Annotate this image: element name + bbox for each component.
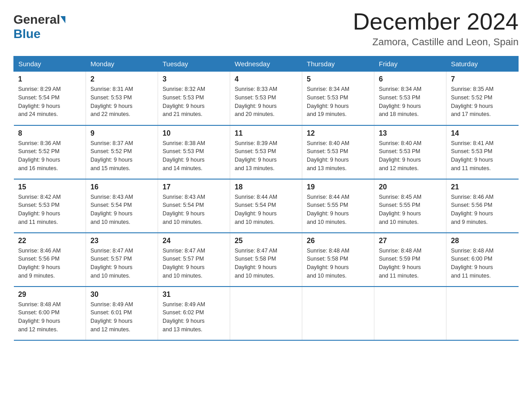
day-number: 10	[163, 129, 225, 137]
calendar-cell	[446, 287, 519, 340]
calendar-cell: 24 Sunrise: 8:47 AM Sunset: 5:57 PM Dayl…	[158, 233, 230, 287]
calendar-body: 1 Sunrise: 8:29 AM Sunset: 5:54 PM Dayli…	[14, 72, 519, 340]
col-friday: Friday	[374, 56, 446, 72]
calendar-cell: 1 Sunrise: 8:29 AM Sunset: 5:54 PM Dayli…	[14, 72, 86, 125]
day-number: 26	[307, 237, 369, 245]
calendar-cell: 21 Sunrise: 8:46 AM Sunset: 5:56 PM Dayl…	[446, 179, 519, 233]
day-info: Sunrise: 8:39 AM Sunset: 5:53 PM Dayligh…	[235, 140, 277, 171]
day-number: 19	[307, 183, 369, 191]
day-number: 1	[18, 75, 82, 83]
day-number: 29	[18, 291, 82, 299]
calendar-cell: 16 Sunrise: 8:43 AM Sunset: 5:54 PM Dayl…	[86, 179, 158, 233]
calendar-cell: 8 Sunrise: 8:36 AM Sunset: 5:52 PM Dayli…	[14, 125, 86, 179]
calendar-cell: 5 Sunrise: 8:34 AM Sunset: 5:53 PM Dayli…	[302, 72, 374, 125]
day-number: 22	[18, 237, 82, 245]
day-info: Sunrise: 8:44 AM Sunset: 5:55 PM Dayligh…	[307, 194, 349, 225]
logo-blue-text: Blue	[13, 27, 41, 41]
calendar-week-row: 29 Sunrise: 8:48 AM Sunset: 6:00 PM Dayl…	[14, 287, 519, 340]
col-monday: Monday	[86, 56, 158, 72]
day-info: Sunrise: 8:40 AM Sunset: 5:53 PM Dayligh…	[379, 140, 421, 171]
col-wednesday: Wednesday	[230, 56, 302, 72]
day-info: Sunrise: 8:46 AM Sunset: 5:56 PM Dayligh…	[18, 248, 61, 279]
location-subtitle: Zamora, Castille and Leon, Spain	[353, 36, 519, 48]
calendar-week-row: 15 Sunrise: 8:42 AM Sunset: 5:53 PM Dayl…	[14, 179, 519, 233]
logo-general-text: General	[13, 13, 60, 27]
calendar-cell: 11 Sunrise: 8:39 AM Sunset: 5:53 PM Dayl…	[230, 125, 302, 179]
day-number: 8	[18, 129, 82, 137]
day-number: 11	[235, 129, 297, 137]
day-number: 25	[235, 237, 297, 245]
day-number: 12	[307, 129, 369, 137]
day-info: Sunrise: 8:32 AM Sunset: 5:53 PM Dayligh…	[163, 86, 205, 117]
day-info: Sunrise: 8:35 AM Sunset: 5:52 PM Dayligh…	[451, 86, 493, 117]
calendar-cell: 12 Sunrise: 8:40 AM Sunset: 5:53 PM Dayl…	[302, 125, 374, 179]
calendar-cell: 14 Sunrise: 8:41 AM Sunset: 5:53 PM Dayl…	[446, 125, 519, 179]
calendar-cell: 18 Sunrise: 8:44 AM Sunset: 5:54 PM Dayl…	[230, 179, 302, 233]
col-sunday: Sunday	[14, 56, 86, 72]
calendar-cell: 15 Sunrise: 8:42 AM Sunset: 5:53 PM Dayl…	[14, 179, 86, 233]
day-info: Sunrise: 8:41 AM Sunset: 5:53 PM Dayligh…	[451, 140, 493, 171]
calendar-cell: 23 Sunrise: 8:47 AM Sunset: 5:57 PM Dayl…	[86, 233, 158, 287]
calendar-cell: 10 Sunrise: 8:38 AM Sunset: 5:53 PM Dayl…	[158, 125, 230, 179]
days-of-week-row: Sunday Monday Tuesday Wednesday Thursday…	[14, 56, 519, 72]
col-thursday: Thursday	[302, 56, 374, 72]
day-number: 18	[235, 183, 297, 191]
day-number: 16	[90, 183, 153, 191]
page-header: General Blue December 2024 Zamora, Casti…	[13, 9, 519, 48]
calendar-cell: 22 Sunrise: 8:46 AM Sunset: 5:56 PM Dayl…	[14, 233, 86, 287]
day-number: 30	[90, 291, 153, 299]
day-number: 31	[163, 291, 225, 299]
calendar-cell	[302, 287, 374, 340]
calendar-cell: 9 Sunrise: 8:37 AM Sunset: 5:52 PM Dayli…	[86, 125, 158, 179]
day-number: 13	[379, 129, 442, 137]
day-number: 15	[18, 183, 82, 191]
calendar-week-row: 22 Sunrise: 8:46 AM Sunset: 5:56 PM Dayl…	[14, 233, 519, 287]
calendar-week-row: 8 Sunrise: 8:36 AM Sunset: 5:52 PM Dayli…	[14, 125, 519, 179]
calendar-cell: 30 Sunrise: 8:49 AM Sunset: 6:01 PM Dayl…	[86, 287, 158, 340]
calendar-header: Sunday Monday Tuesday Wednesday Thursday…	[14, 56, 519, 72]
title-block: December 2024 Zamora, Castille and Leon,…	[353, 9, 519, 48]
day-info: Sunrise: 8:46 AM Sunset: 5:56 PM Dayligh…	[451, 194, 493, 225]
day-info: Sunrise: 8:49 AM Sunset: 6:02 PM Dayligh…	[163, 301, 205, 333]
day-info: Sunrise: 8:48 AM Sunset: 6:00 PM Dayligh…	[451, 248, 493, 279]
calendar-cell: 19 Sunrise: 8:44 AM Sunset: 5:55 PM Dayl…	[302, 179, 374, 233]
calendar-cell: 28 Sunrise: 8:48 AM Sunset: 6:00 PM Dayl…	[446, 233, 519, 287]
day-info: Sunrise: 8:34 AM Sunset: 5:53 PM Dayligh…	[379, 86, 421, 117]
col-saturday: Saturday	[446, 56, 519, 72]
day-number: 27	[379, 237, 442, 245]
day-number: 14	[451, 129, 514, 137]
day-info: Sunrise: 8:43 AM Sunset: 5:54 PM Dayligh…	[90, 194, 133, 225]
day-info: Sunrise: 8:31 AM Sunset: 5:53 PM Dayligh…	[90, 86, 133, 117]
calendar-cell: 27 Sunrise: 8:48 AM Sunset: 5:59 PM Dayl…	[374, 233, 446, 287]
day-info: Sunrise: 8:48 AM Sunset: 5:59 PM Dayligh…	[379, 248, 421, 279]
day-info: Sunrise: 8:34 AM Sunset: 5:53 PM Dayligh…	[307, 86, 349, 117]
calendar-cell: 17 Sunrise: 8:43 AM Sunset: 5:54 PM Dayl…	[158, 179, 230, 233]
day-number: 5	[307, 75, 369, 83]
day-number: 17	[163, 183, 225, 191]
day-number: 20	[379, 183, 442, 191]
calendar-cell: 29 Sunrise: 8:48 AM Sunset: 6:00 PM Dayl…	[14, 287, 86, 340]
day-info: Sunrise: 8:48 AM Sunset: 5:58 PM Dayligh…	[307, 248, 349, 279]
calendar-cell: 20 Sunrise: 8:45 AM Sunset: 5:55 PM Dayl…	[374, 179, 446, 233]
day-info: Sunrise: 8:47 AM Sunset: 5:58 PM Dayligh…	[235, 248, 277, 279]
day-info: Sunrise: 8:44 AM Sunset: 5:54 PM Dayligh…	[235, 194, 277, 225]
day-number: 3	[163, 75, 225, 83]
day-number: 28	[451, 237, 514, 245]
day-info: Sunrise: 8:36 AM Sunset: 5:52 PM Dayligh…	[18, 140, 61, 171]
day-info: Sunrise: 8:49 AM Sunset: 6:01 PM Dayligh…	[90, 301, 133, 333]
calendar-cell: 26 Sunrise: 8:48 AM Sunset: 5:58 PM Dayl…	[302, 233, 374, 287]
day-info: Sunrise: 8:42 AM Sunset: 5:53 PM Dayligh…	[18, 194, 61, 225]
day-number: 7	[451, 75, 514, 83]
day-info: Sunrise: 8:45 AM Sunset: 5:55 PM Dayligh…	[379, 194, 421, 225]
day-number: 21	[451, 183, 514, 191]
day-number: 23	[90, 237, 153, 245]
logo-triangle-icon	[60, 16, 65, 23]
calendar-week-row: 1 Sunrise: 8:29 AM Sunset: 5:54 PM Dayli…	[14, 72, 519, 125]
day-info: Sunrise: 8:47 AM Sunset: 5:57 PM Dayligh…	[90, 248, 133, 279]
calendar-cell: 6 Sunrise: 8:34 AM Sunset: 5:53 PM Dayli…	[374, 72, 446, 125]
calendar-table: Sunday Monday Tuesday Wednesday Thursday…	[13, 56, 519, 341]
day-info: Sunrise: 8:38 AM Sunset: 5:53 PM Dayligh…	[163, 140, 205, 171]
day-info: Sunrise: 8:40 AM Sunset: 5:53 PM Dayligh…	[307, 140, 349, 171]
day-info: Sunrise: 8:43 AM Sunset: 5:54 PM Dayligh…	[163, 194, 205, 225]
month-title: December 2024	[353, 9, 519, 34]
